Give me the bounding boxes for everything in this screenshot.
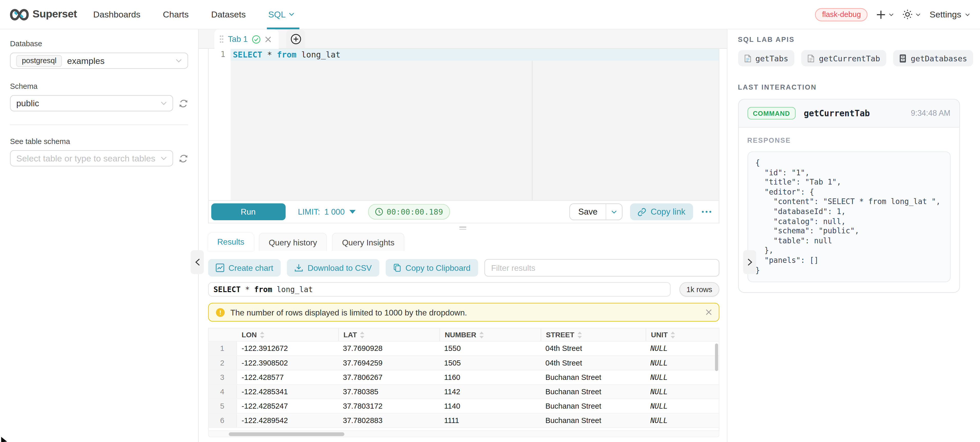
get-tabs-button[interactable]: getTabs xyxy=(738,50,795,66)
table-row: 6-122.428954237.78028831111Buchanan Stre… xyxy=(208,413,719,428)
collapse-right-panel-handle[interactable] xyxy=(743,250,756,274)
sqllab-apis-panel: SQL LAB APIS getTabs getCurrentTab xyxy=(727,30,980,442)
save-button[interactable]: Save xyxy=(570,204,606,220)
table-cell: 37.7803172 xyxy=(338,399,439,413)
sql-editor-card: 1 SELECT * from long_lat Run LIMIT: 1 00… xyxy=(208,49,719,223)
nav-item-dashboards[interactable]: Dashboards xyxy=(93,0,140,29)
refresh-tables-icon[interactable] xyxy=(178,153,188,163)
download-csv-button[interactable]: Download to CSV xyxy=(287,259,379,276)
copy-link-button[interactable]: Copy link xyxy=(630,203,693,220)
column-header-unit[interactable]: UNIT xyxy=(645,329,720,341)
database-select[interactable]: postgresql examples xyxy=(10,53,188,69)
new-item-button[interactable] xyxy=(877,10,894,19)
table-horizontal-scrollbar[interactable] xyxy=(208,431,719,437)
get-current-tab-button[interactable]: getCurrentTab xyxy=(802,50,886,66)
row-number-header xyxy=(208,329,237,341)
sort-icon xyxy=(479,331,484,338)
tab-results[interactable]: Results xyxy=(208,233,254,251)
query-timer-badge: 00:00:00.189 xyxy=(368,204,450,220)
get-databases-button[interactable]: getDatabases xyxy=(893,50,973,66)
database-value: examples xyxy=(67,56,105,66)
chevron-down-icon xyxy=(916,13,921,16)
run-query-button[interactable]: Run xyxy=(211,203,285,220)
pane-resize-handle[interactable] xyxy=(199,223,727,233)
column-header-lon[interactable]: LON xyxy=(237,329,338,341)
tab-saved-check-icon xyxy=(252,35,261,43)
command-name: getCurrentTab xyxy=(804,109,870,118)
query-preview: SELECT * from long_lat xyxy=(208,282,670,297)
query-preview-row: SELECT * from long_lat 1k rows xyxy=(208,282,719,297)
database-engine-tag: postgresql xyxy=(16,55,62,67)
chevron-down-icon xyxy=(160,101,166,105)
column-header-lat[interactable]: LAT xyxy=(338,329,439,341)
save-options-caret[interactable] xyxy=(606,204,622,220)
table-select[interactable]: Select table or type to search tables xyxy=(10,150,173,166)
editor-tabstrip: Tab 1 xyxy=(199,30,727,49)
column-header-number[interactable]: NUMBER xyxy=(439,329,541,341)
app-window: Superset Dashboards Charts Datasets SQL … xyxy=(0,0,980,442)
row-number-cell: 3 xyxy=(208,370,237,384)
mouse-cursor xyxy=(0,436,8,442)
command-type-badge: COMMAND xyxy=(747,107,795,120)
new-tab-button[interactable] xyxy=(286,30,305,48)
copy-clipboard-button[interactable]: Copy to Clipboard xyxy=(385,259,478,276)
nav-item-sql[interactable]: SQL xyxy=(268,0,294,29)
table-cell: -122.3908502 xyxy=(237,356,338,370)
table-cell: -122.428577 xyxy=(237,370,338,384)
table-body: 1-122.391267237.7690928155004th StreetNU… xyxy=(208,341,719,431)
table-cell: NULL xyxy=(645,341,720,356)
brand-name: Superset xyxy=(33,8,77,21)
nav-item-datasets[interactable]: Datasets xyxy=(211,0,246,29)
table-cell: NULL xyxy=(645,356,720,370)
table-row: 3-122.42857737.78062671160Buchanan Stree… xyxy=(208,370,719,385)
editor-gutter: 1 xyxy=(208,49,230,200)
settings-menu[interactable]: Settings xyxy=(930,10,970,19)
navbar-right: flask-debug Settings xyxy=(815,8,970,21)
last-interaction-card: COMMAND getCurrentTab 9:34:48 AM RESPONS… xyxy=(738,99,960,293)
tab-query-history[interactable]: Query history xyxy=(259,233,327,251)
table-cell: 37.7694259 xyxy=(338,356,439,370)
table-cell: 04th Street xyxy=(540,341,645,356)
row-number-cell: 6 xyxy=(208,413,237,428)
chevron-down-icon xyxy=(965,13,970,16)
clock-icon xyxy=(375,207,383,216)
page-icon xyxy=(808,54,815,62)
create-chart-button[interactable]: Create chart xyxy=(208,259,281,276)
sun-icon xyxy=(903,10,913,19)
chart-icon xyxy=(215,263,224,272)
save-button-group: Save xyxy=(570,203,622,220)
table-row: 5-122.428524737.78031721140Buchanan Stre… xyxy=(208,399,719,413)
schema-label: Schema xyxy=(10,82,188,91)
sql-code-editor[interactable]: 1 SELECT * from long_lat xyxy=(208,49,719,200)
table-row: 4-122.428534137.7803851142Buchanan Stree… xyxy=(208,385,719,399)
table-cell: 1142 xyxy=(439,385,541,399)
refresh-schemas-icon[interactable] xyxy=(178,99,188,108)
filter-results-input[interactable] xyxy=(484,259,719,276)
last-interaction-title: LAST INTERACTION xyxy=(738,83,974,91)
table-vertical-scrollbar[interactable] xyxy=(714,343,718,371)
tab-query-insights[interactable]: Query Insights xyxy=(332,233,404,251)
table-cell: 37.7802883 xyxy=(338,413,439,428)
schema-value: public xyxy=(16,98,39,109)
sort-icon xyxy=(578,331,582,338)
table-select-placeholder: Select table or type to search tables xyxy=(16,153,155,163)
collapse-sidebar-handle[interactable] xyxy=(191,250,204,274)
editor-tab-1[interactable]: Tab 1 xyxy=(214,30,279,49)
column-header-street[interactable]: STREET xyxy=(540,329,645,341)
limit-dropdown[interactable]: LIMIT: 1 000 xyxy=(298,207,355,217)
nav-item-charts[interactable]: Charts xyxy=(163,0,189,29)
warning-text: The number of rows displayed is limited … xyxy=(230,308,467,317)
table-cell: 1550 xyxy=(439,341,541,356)
results-pane: Results Query history Query Insights Cre… xyxy=(199,233,727,437)
chevron-down-icon xyxy=(160,156,166,160)
superset-logo[interactable]: Superset xyxy=(10,8,77,21)
close-tab-icon[interactable] xyxy=(265,36,271,42)
close-warning-icon[interactable] xyxy=(705,309,711,315)
chevron-down-icon xyxy=(289,13,294,16)
theme-toggle-button[interactable] xyxy=(903,10,921,19)
more-options-button[interactable] xyxy=(700,208,712,215)
sql-editor-pane: Tab 1 1 SELECT * from xyxy=(199,30,727,442)
database-label: Database xyxy=(10,40,188,48)
table-cell: NULL xyxy=(645,385,720,399)
schema-select[interactable]: public xyxy=(10,95,173,112)
